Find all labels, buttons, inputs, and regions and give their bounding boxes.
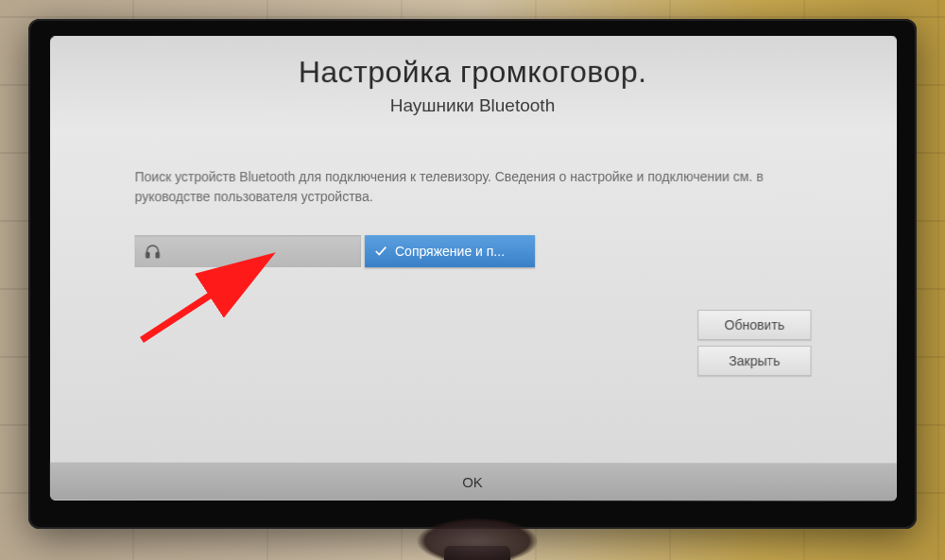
ok-button[interactable]: OK <box>50 463 897 501</box>
header: Настройка громкоговор. Наушники Bluetoot… <box>50 36 897 130</box>
svg-rect-0 <box>146 253 149 258</box>
bluetooth-device-item[interactable] <box>135 235 361 267</box>
checkmark-icon <box>374 245 387 258</box>
close-button[interactable]: Закрыть <box>697 346 811 376</box>
physical-headphones <box>416 518 539 560</box>
tv-screen: Настройка громкоговор. Наушники Bluetoot… <box>50 36 897 501</box>
svg-rect-1 <box>156 253 159 258</box>
pair-button[interactable]: Сопряжение и п... <box>365 235 535 267</box>
device-list: Сопряжение и п... <box>135 235 812 267</box>
page-title: Настройка громкоговор. <box>50 55 897 91</box>
side-buttons: Обновить Закрыть <box>697 310 811 376</box>
refresh-button[interactable]: Обновить <box>697 310 811 340</box>
pair-button-label: Сопряжение и п... <box>395 244 505 259</box>
description-text: Поиск устройств Bluetooth для подключени… <box>135 167 812 207</box>
page-subtitle: Наушники Bluetooth <box>50 95 897 117</box>
headphones-icon <box>145 243 162 260</box>
tv-frame: Настройка громкоговор. Наушники Bluetoot… <box>28 19 917 529</box>
